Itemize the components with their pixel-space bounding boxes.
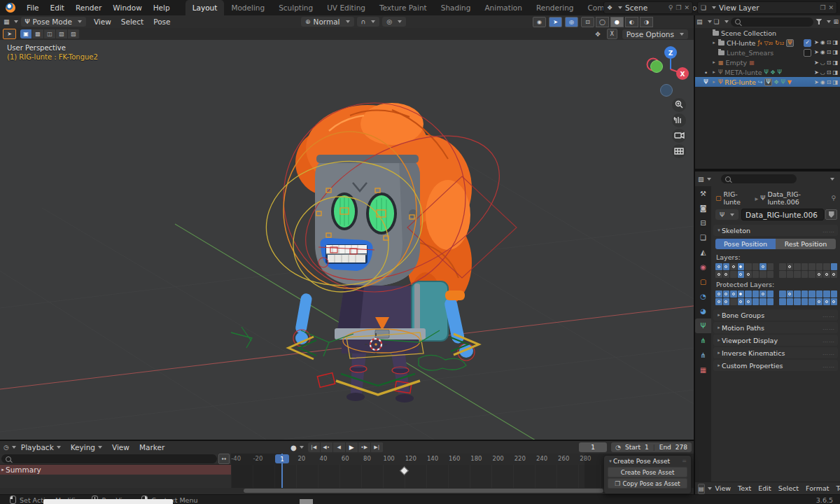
pose-asset-panel-header[interactable]: ▾ Create Pose Asset = bbox=[604, 456, 691, 466]
datablock-name-field[interactable]: Data_RIG-lunte.006 bbox=[741, 209, 824, 220]
layer-cell[interactable] bbox=[752, 298, 760, 305]
camera-icon[interactable]: ◨ bbox=[832, 79, 838, 85]
pointer-icon[interactable]: ➤ bbox=[814, 69, 819, 76]
layer-cell[interactable] bbox=[767, 290, 774, 298]
layer-cell[interactable] bbox=[715, 290, 722, 298]
layer-cell[interactable] bbox=[808, 263, 816, 270]
pointer-icon[interactable]: ➤ bbox=[814, 59, 819, 66]
camera-icon[interactable]: ◨ bbox=[832, 69, 838, 76]
viewport-menu-view[interactable]: View bbox=[89, 15, 116, 28]
menu-render[interactable]: Render bbox=[70, 0, 107, 15]
text-editor-menu-text[interactable]: Text bbox=[734, 482, 755, 495]
layer-cell[interactable] bbox=[745, 290, 752, 298]
properties-tab-constraints[interactable]: ◕ bbox=[695, 304, 711, 318]
pan-button[interactable] bbox=[672, 113, 686, 127]
eye-open-icon[interactable]: ◉ bbox=[820, 79, 825, 85]
select-mode-option-4[interactable]: ▧ bbox=[56, 29, 68, 38]
layer-cell[interactable] bbox=[723, 298, 730, 305]
layer-cell[interactable] bbox=[738, 263, 745, 270]
timeline-menu-view[interactable]: View bbox=[107, 441, 134, 454]
viewport-menu-pose[interactable]: Pose bbox=[148, 15, 175, 28]
workspace-tab-texture-paint[interactable]: Texture Paint bbox=[372, 0, 434, 15]
toggle-xray-icon[interactable]: ⊡ bbox=[581, 17, 594, 27]
workspace-tab-rendering[interactable]: Rendering bbox=[529, 0, 581, 15]
camera-icon[interactable]: ◨ bbox=[832, 49, 838, 57]
remove-view-layer-icon[interactable]: ✕ bbox=[828, 4, 834, 11]
menu-edit[interactable]: Edit bbox=[45, 0, 70, 15]
breadcrumb-object[interactable]: RIG-lunte bbox=[724, 190, 753, 206]
layer-cell[interactable] bbox=[715, 271, 722, 278]
show-object-types-icon[interactable]: ◉ bbox=[533, 17, 546, 27]
rest-position-button[interactable]: Rest Position bbox=[776, 239, 836, 249]
outliner-row-ch-lunte[interactable]: ▸CH-lunteƒ₄▽₂₀↻₁₂Ψ✓➤◉⊡◨ bbox=[695, 38, 840, 48]
layer-cell[interactable] bbox=[745, 263, 752, 270]
text-editor-menu-templates[interactable]: Templates bbox=[833, 482, 840, 495]
next-keyframe-button[interactable]: ∙▶ bbox=[358, 442, 371, 452]
viewport-menu-select[interactable]: Select bbox=[116, 15, 148, 28]
properties-tab-render[interactable]: ◙ bbox=[695, 201, 711, 216]
gizmo-neg-z-ball[interactable] bbox=[661, 85, 673, 97]
layer-cell[interactable] bbox=[787, 263, 794, 270]
layer-cell[interactable] bbox=[760, 271, 766, 278]
layer-cell[interactable] bbox=[738, 298, 745, 305]
proportional-edit-dropdown[interactable]: ◎ bbox=[382, 17, 406, 27]
panel-inverse-kinematics[interactable]: ▸Inverse Kinematics…… bbox=[713, 347, 838, 358]
eye-open-icon[interactable]: ◉ bbox=[820, 39, 825, 47]
panel-bone-groups[interactable]: ▸Bone Groups…… bbox=[713, 309, 838, 321]
panel-motion-paths[interactable]: ▸Motion Paths…… bbox=[713, 322, 838, 333]
layer-cell[interactable] bbox=[715, 298, 722, 305]
monitor-icon[interactable]: ⊡ bbox=[827, 39, 832, 47]
layer-cell[interactable] bbox=[745, 298, 752, 305]
timeline-editor-type-icon[interactable]: ◷ bbox=[4, 444, 9, 451]
snap-dropdown[interactable]: ∩ bbox=[357, 17, 380, 27]
text-editor-menu-format[interactable]: Format bbox=[802, 482, 832, 495]
collection-exclude-checkbox[interactable]: ✓ bbox=[804, 39, 811, 47]
shading-material-preview-icon[interactable]: ◐ bbox=[625, 17, 638, 27]
layer-cell[interactable] bbox=[794, 290, 801, 298]
layer-cell[interactable] bbox=[808, 271, 816, 278]
channel-search-input[interactable] bbox=[1, 454, 217, 463]
show-overlays-icon[interactable]: ◎ bbox=[565, 17, 578, 27]
layer-cell[interactable] bbox=[831, 271, 838, 278]
eye-closed-icon[interactable]: ◡ bbox=[820, 59, 825, 66]
layer-cell[interactable] bbox=[787, 298, 794, 305]
layer-cell[interactable] bbox=[831, 298, 838, 305]
outliner-search-input[interactable] bbox=[731, 18, 814, 27]
layer-cell[interactable] bbox=[715, 263, 722, 270]
xray-toggle[interactable]: X bbox=[607, 29, 617, 39]
layer-cell[interactable] bbox=[738, 271, 745, 278]
skeleton-panel-header[interactable]: ▾ Skeleton …… bbox=[713, 225, 838, 236]
nav-gizmo[interactable]: Z X bbox=[648, 46, 690, 97]
layer-cell[interactable] bbox=[802, 290, 808, 298]
layer-cell[interactable] bbox=[779, 263, 786, 270]
outliner-filter-id-icon[interactable]: ❏ bbox=[714, 18, 720, 25]
layer-cell[interactable] bbox=[794, 271, 801, 278]
properties-options-caret[interactable] bbox=[830, 178, 834, 181]
layer-cell[interactable] bbox=[823, 263, 830, 270]
layer-cell[interactable] bbox=[802, 271, 808, 278]
select-mode-option-3[interactable]: ◫ bbox=[44, 29, 56, 38]
menu-file[interactable]: File bbox=[21, 0, 45, 15]
text-editor-menu-view[interactable]: View bbox=[712, 482, 735, 495]
eye-closed-icon[interactable]: ◡ bbox=[820, 69, 825, 76]
pointer-icon[interactable]: ➤ bbox=[814, 49, 819, 57]
layer-cell[interactable] bbox=[767, 298, 774, 305]
filter-icon[interactable] bbox=[816, 19, 822, 24]
summary-channel[interactable]: ▸ Summary bbox=[0, 465, 231, 475]
new-collection-icon[interactable]: ⊞ bbox=[833, 18, 839, 25]
layer-cell[interactable] bbox=[723, 271, 730, 278]
layers-block-left[interactable] bbox=[715, 263, 774, 278]
auto-keying-record-icon[interactable]: ● bbox=[290, 444, 297, 451]
timeline-menu-marker[interactable]: Marker bbox=[134, 441, 169, 454]
layer-cell[interactable] bbox=[823, 298, 830, 305]
new-view-layer-icon[interactable]: ❐ bbox=[820, 4, 825, 11]
shading-rendered-icon[interactable]: ◑ bbox=[640, 17, 653, 27]
pose-options-dropdown[interactable]: Pose Options bbox=[622, 29, 688, 39]
properties-tab-world[interactable]: ◉ bbox=[695, 260, 711, 274]
end-value[interactable]: 278 bbox=[676, 444, 687, 451]
layer-cell[interactable] bbox=[745, 271, 752, 278]
active-tool-tweak[interactable]: ➤ bbox=[3, 29, 16, 39]
menu-window[interactable]: Window bbox=[107, 0, 147, 15]
layer-cell[interactable] bbox=[816, 298, 823, 305]
layer-cell[interactable] bbox=[823, 290, 830, 298]
